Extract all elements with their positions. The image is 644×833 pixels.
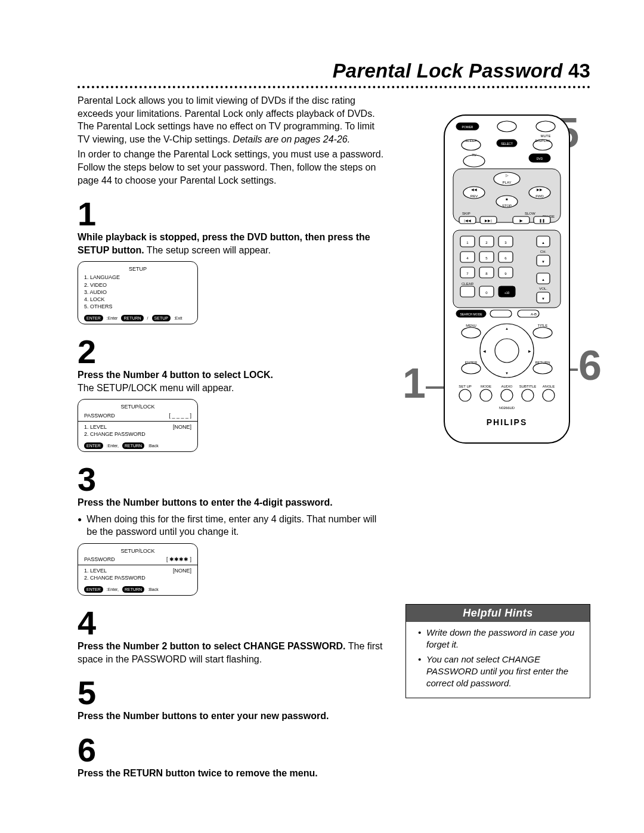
svg-text:CH.: CH.	[540, 250, 547, 253]
svg-point-103	[522, 389, 534, 401]
svg-text:◀: ◀	[483, 349, 486, 353]
svg-point-91	[462, 363, 481, 374]
step3-bold: Press the Number buttons to enter the 4-…	[78, 497, 333, 507]
title-text: Parental Lock Password	[333, 60, 563, 82]
step1-rest: The setup screen will appear.	[147, 245, 271, 255]
svg-text:SLOW: SLOW	[525, 212, 535, 215]
svg-text:+10: +10	[504, 291, 510, 295]
svg-text:TV: TV	[472, 153, 476, 157]
svg-text:N0266UD: N0266UD	[499, 406, 515, 410]
title-divider	[78, 86, 590, 88]
step1-num: 1	[78, 197, 388, 231]
svg-text:SLEEP: SLEEP	[465, 139, 476, 143]
svg-text:MODE: MODE	[481, 385, 491, 388]
svg-text:RETURN: RETURN	[535, 361, 550, 364]
step5-bold: Press the Number buttons to enter your n…	[78, 711, 329, 721]
svg-text:▼: ▼	[541, 260, 545, 264]
svg-text:▷: ▷	[506, 174, 509, 177]
title-number: 43	[568, 60, 590, 82]
svg-text:|◀◀: |◀◀	[464, 219, 471, 222]
hints-title: Helpful Hints	[406, 605, 590, 622]
svg-text:REV: REV	[470, 194, 478, 198]
svg-text:❚❚: ❚❚	[539, 219, 545, 223]
step6-num: 6	[78, 733, 388, 767]
osd-lock-blank: SETUP/LOCK PASSWORD[ _ _ _ _ ] 1. LEVEL[…	[78, 399, 198, 452]
svg-text:POWER: POWER	[462, 125, 473, 129]
step5-num: 5	[78, 676, 388, 710]
svg-text:▼: ▼	[541, 297, 545, 301]
svg-text:▲: ▲	[541, 278, 545, 281]
svg-point-93	[533, 363, 552, 374]
svg-point-87	[462, 327, 481, 338]
svg-text:DISPLAY: DISPLAY	[535, 139, 550, 143]
svg-text:CLEAR: CLEAR	[462, 282, 474, 286]
svg-text:FWD: FWD	[535, 194, 544, 198]
svg-text:|▶: |▶	[519, 219, 524, 222]
hint-item: You can not select CHANGE PASSWORD until…	[418, 654, 581, 690]
svg-text:ENTER: ENTER	[465, 361, 478, 364]
svg-text:A-B: A-B	[531, 312, 537, 316]
osd-lock-filled: SETUP/LOCK PASSWORD[ ✱✱✱✱ ] 1. LEVEL[NON…	[78, 543, 198, 596]
step2-bold: Press the Number 4 button to select LOCK…	[78, 370, 273, 380]
page-title: Parental Lock Password 43	[78, 60, 590, 82]
svg-text:▼: ▼	[505, 371, 509, 375]
remote-control: POWER MUTE SLEEP SELECT DISPLAY TV DVD	[441, 112, 572, 446]
step4-num: 4	[78, 606, 388, 640]
pill-enter: ENTER	[84, 315, 103, 321]
svg-text:▶▶: ▶▶	[537, 188, 543, 191]
osd2-header: SETUP/LOCK	[84, 403, 191, 410]
hint-item: Write down the password in case you forg…	[418, 627, 581, 651]
intro-block: Parental Lock allows you to limit viewin…	[78, 94, 388, 187]
svg-text:AUDIO: AUDIO	[501, 385, 512, 388]
svg-text:▶: ▶	[528, 349, 531, 353]
osd1-header: SETUP	[84, 265, 191, 272]
svg-text:SKIP: SKIP	[462, 212, 470, 215]
svg-point-100	[459, 389, 471, 401]
step3-bullet: When doing this for the first time, ente…	[86, 513, 388, 538]
step2-num: 2	[78, 335, 388, 368]
svg-text:▲: ▲	[505, 327, 509, 330]
svg-text:SEARCH MODE: SEARCH MODE	[460, 312, 482, 316]
osd1-item: 1. LANGUAGE	[84, 274, 191, 281]
svg-point-4	[536, 121, 555, 132]
svg-text:MUTE: MUTE	[541, 134, 551, 138]
svg-text:ANGLE: ANGLE	[543, 385, 555, 388]
svg-point-89	[533, 327, 552, 338]
svg-point-102	[501, 389, 513, 401]
osd1-item: 4. LOCK	[84, 296, 191, 303]
svg-text:■: ■	[506, 197, 508, 201]
svg-rect-78	[490, 310, 512, 317]
pill-return: RETURN	[121, 315, 143, 321]
svg-point-101	[480, 389, 492, 401]
intro-p2: In order to change the Parental Lock set…	[78, 148, 388, 187]
svg-text:STOP: STOP	[502, 204, 512, 208]
svg-text:SELECT: SELECT	[501, 142, 512, 145]
svg-text:▲: ▲	[541, 241, 545, 244]
svg-text:PHILIPS: PHILIPS	[487, 417, 527, 427]
svg-text:SET UP: SET UP	[459, 385, 472, 388]
callout-6: 6	[578, 345, 602, 386]
svg-point-3	[497, 121, 516, 132]
svg-text:▶▶|: ▶▶|	[485, 219, 492, 222]
svg-text:TITLE: TITLE	[538, 324, 547, 327]
step4-bold: Press the Number 2 button to select CHAN…	[78, 641, 346, 651]
svg-text:◀◀: ◀◀	[471, 188, 477, 191]
pill-setup: SETUP	[152, 315, 171, 321]
svg-point-104	[543, 389, 555, 401]
svg-text:MENU: MENU	[466, 324, 476, 327]
osd1-item: 3. AUDIO	[84, 289, 191, 296]
svg-point-12	[463, 155, 485, 167]
helpful-hints: Helpful Hints Write down the password in…	[405, 604, 590, 698]
svg-text:VOL.: VOL.	[539, 287, 547, 290]
svg-text:PLAY: PLAY	[503, 181, 512, 184]
callout-1: 1	[402, 363, 426, 404]
intro-p1-em: Details are on pages 24-26.	[233, 134, 351, 144]
osd1-item: 5. OTHERS	[84, 303, 191, 310]
step2-rest: The SETUP/LOCK menu will appear.	[78, 383, 234, 393]
svg-rect-60	[460, 286, 475, 297]
svg-text:SUBTITLE: SUBTITLE	[519, 385, 537, 388]
svg-point-82	[495, 339, 519, 363]
step6-bold: Press the RETURN button twice to remove …	[78, 768, 318, 778]
osd-setup: SETUP 1. LANGUAGE 2. VIDEO 3. AUDIO 4. L…	[78, 261, 198, 324]
step3-num: 3	[78, 463, 388, 496]
